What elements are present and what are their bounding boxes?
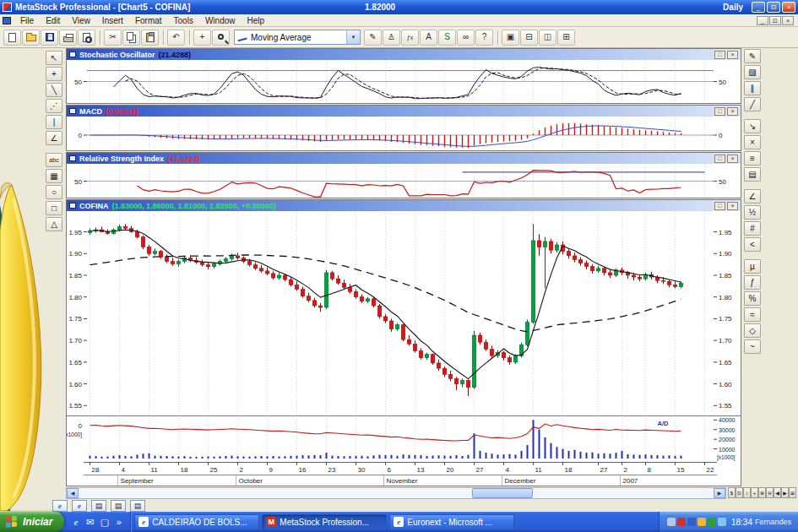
arrow-se-icon[interactable]: ↘ [744, 119, 761, 133]
pointer-tool[interactable]: ↖ [46, 51, 62, 65]
periodicity-button[interactable]: D [736, 487, 743, 498]
tray-volume-icon[interactable] [687, 518, 696, 526]
chart-shortcut-2[interactable]: ▤ [111, 500, 126, 512]
mdi-restore-button[interactable]: ⊡ [769, 16, 781, 25]
diagonal-line-icon[interactable]: ╱ [744, 97, 761, 111]
tray-security-icon[interactable] [677, 518, 686, 526]
web-shortcut-2[interactable]: e [72, 500, 87, 512]
app-titlebar[interactable]: MetaStock Professional - [Chart5 - COFIN… [0, 0, 798, 14]
layout-button[interactable]: ⊞ [789, 487, 796, 498]
trendline-tool[interactable]: ╲ [46, 83, 62, 97]
pencil-tool-button[interactable]: ✎ [364, 30, 382, 46]
tray-network-icon[interactable] [718, 518, 726, 526]
restore-button[interactable]: ⊡ [767, 2, 780, 13]
print-button[interactable] [59, 30, 77, 46]
menu-file[interactable]: File [14, 16, 40, 25]
help-button[interactable]: ? [475, 30, 493, 46]
quicklaunch-ie-icon[interactable]: e [70, 517, 81, 527]
task-caldeirao[interactable]: eCALDEIRÃO DE BOLS... [134, 514, 259, 530]
open-chart-button[interactable] [22, 30, 40, 46]
cross-icon[interactable]: × [744, 135, 761, 149]
price-scale-button[interactable]: $ [728, 487, 736, 498]
parallel-lines-icon[interactable]: ∥ [744, 81, 761, 95]
indicator-dropdown[interactable]: Moving Average ▼ [234, 30, 361, 45]
menu-insert[interactable]: Insert [96, 16, 129, 25]
menu-window[interactable]: Window [199, 16, 242, 25]
half-icon[interactable]: ½ [744, 205, 761, 220]
tilde-icon[interactable]: ~ [744, 339, 761, 354]
menu-help[interactable]: Help [241, 16, 270, 25]
percent-icon[interactable]: % [744, 291, 761, 306]
scrollbar-thumb[interactable] [472, 488, 533, 498]
pane-restore-button[interactable]: □ [714, 202, 725, 210]
zoom-in-button[interactable]: ⊕ [758, 487, 766, 498]
print-preview-button[interactable] [78, 30, 95, 46]
web-shortcut-1[interactable]: e [52, 500, 68, 512]
rsi-pane-titlebar[interactable]: Relative Strength Index (47.5724) □ × [67, 153, 741, 164]
angle-icon[interactable]: ∠ [744, 189, 761, 204]
data-sheet-icon[interactable]: ▤ [744, 167, 761, 182]
copy-button[interactable] [122, 30, 140, 46]
menu-tools[interactable]: Tools [168, 16, 199, 25]
pane-close-button[interactable]: × [727, 155, 738, 163]
wave-icon[interactable]: ≈ [744, 307, 761, 322]
save-button[interactable] [41, 30, 58, 46]
expand-button[interactable]: ↕ [743, 487, 751, 498]
price-pane-titlebar[interactable]: COFINA (1.83000, 1.86000, 1.81000, 1.820… [67, 200, 741, 211]
menu-edit[interactable]: Edit [40, 16, 66, 25]
text-tool[interactable]: abc [46, 153, 62, 167]
angle-line-tool[interactable]: ∠ [46, 131, 62, 145]
undo-button[interactable]: ↶ [167, 30, 185, 46]
quicklaunch-chevron[interactable]: » [113, 517, 124, 527]
mdi-close-button[interactable]: × [782, 16, 794, 25]
grid-columns-icon[interactable]: # [744, 221, 761, 236]
pencil-icon[interactable]: ✎ [744, 49, 761, 63]
explorer-button[interactable]: ♙ [383, 30, 400, 46]
stochastic-pane-titlebar[interactable]: Stochastic Oscillator (21.4288) □ × [67, 49, 741, 60]
menu-format[interactable]: Format [129, 16, 168, 25]
tile-horizontal-button[interactable]: ⊟ [520, 30, 538, 46]
dropdown-arrow-icon[interactable]: ▼ [346, 30, 360, 44]
cut-button[interactable]: ✂ [104, 30, 122, 46]
start-button[interactable]: Iniciar [0, 512, 64, 532]
tray-antivirus-icon[interactable] [708, 518, 716, 526]
indicator-builder-button[interactable]: ƒx [401, 30, 419, 46]
chart-shortcut-3[interactable]: ▤ [130, 500, 145, 512]
macd-pane-titlebar[interactable]: MACD (0.00541) □ × [67, 106, 741, 117]
tile-vertical-button[interactable]: ◫ [539, 30, 556, 46]
scan-button[interactable]: ∞ [457, 30, 475, 46]
pane-restore-button[interactable]: □ [714, 155, 725, 163]
scroll-left-button[interactable]: ◀ [67, 488, 79, 498]
task-euronext[interactable]: eEuronext - Microsoft ... [389, 514, 514, 530]
task-metastock[interactable]: MMetaStock Profession... [262, 514, 387, 530]
scroll-left-mini-button[interactable]: ◀ [774, 487, 781, 498]
tray-update-icon[interactable] [698, 518, 706, 526]
menu-view[interactable]: View [66, 16, 96, 25]
zoom-out-button[interactable]: ⊖ [766, 487, 774, 498]
tile-grid-button[interactable]: ⊞ [557, 30, 575, 46]
close-button[interactable]: × [782, 2, 795, 13]
vertical-line-tool[interactable]: | [46, 115, 62, 129]
compare-icon[interactable]: < [744, 237, 761, 252]
pane-close-button[interactable]: × [727, 51, 738, 59]
cascade-windows-button[interactable]: ▣ [502, 30, 519, 46]
mu-icon[interactable]: µ [744, 259, 761, 274]
pane-restore-button[interactable]: □ [714, 51, 725, 59]
diamond-icon[interactable]: ◇ [744, 323, 761, 338]
dotted-line-tool[interactable]: ⋰ [46, 99, 62, 113]
tray-display-icon[interactable] [667, 518, 676, 526]
new-chart-button[interactable] [3, 30, 21, 46]
quicklaunch-mail-icon[interactable]: ✉ [84, 517, 95, 528]
hatch-icon[interactable]: ▨ [744, 65, 761, 79]
pane-close-button[interactable]: × [727, 107, 738, 116]
paste-button[interactable] [141, 30, 159, 46]
scroll-right-mini-button[interactable]: ▶ [781, 487, 789, 498]
add-button[interactable]: + [751, 487, 758, 498]
pane-close-button[interactable]: × [727, 202, 738, 210]
scroll-right-button[interactable]: ▶ [714, 488, 725, 498]
mdi-minimize-button[interactable]: _ [757, 16, 768, 25]
chart-scrollbar[interactable]: ◀ ▶ [66, 487, 726, 499]
quote-lines-icon[interactable]: ≡ [744, 151, 761, 166]
minimize-button[interactable]: _ [752, 2, 765, 13]
fib-retracement-icon[interactable]: ƒ [744, 275, 761, 290]
